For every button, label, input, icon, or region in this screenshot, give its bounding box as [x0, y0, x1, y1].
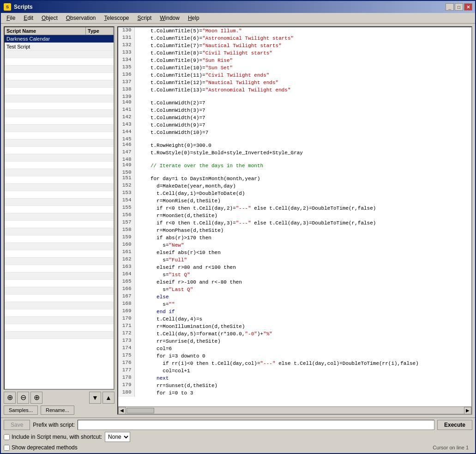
scroll-right-button[interactable]: ▶ [464, 407, 471, 414]
code-content: t.Cell(day,4)=s [134, 315, 471, 323]
line-number: 141 [118, 107, 134, 114]
move-up-button[interactable]: ▲ [102, 392, 114, 404]
code-content: t.ColumnTitle(12)="Nautical Twilight end… [134, 79, 471, 86]
duplicate-icon: ⊕ [34, 394, 40, 401]
scrollbar-thumb[interactable] [127, 408, 154, 413]
line-number: 152 [118, 182, 134, 190]
rename-button[interactable]: Rename... [41, 406, 74, 415]
scrollbar-track[interactable] [126, 407, 464, 414]
samples-button[interactable]: Samples... [4, 406, 38, 415]
line-number: 171 [118, 323, 134, 330]
code-content: t.RowStyle(0)=style_Bold+style_Inverted+… [134, 149, 471, 157]
menu-window[interactable]: Window [156, 14, 183, 22]
table-row: 165 elseif r>-100 and r<-80 then [118, 278, 471, 286]
code-content: t.ColumnWidth(9)=7 [134, 121, 471, 129]
menu-observation[interactable]: Observation [62, 14, 100, 22]
table-row: 161 elseif abs(r)<10 then [118, 249, 471, 256]
code-content: t.ColumnWidth(3)=7 [134, 107, 471, 114]
titlebar-left: S Scripts [4, 3, 33, 11]
table-row: 180 for i=0 to 3 [118, 389, 471, 397]
code-content: if r<0 then t.Cell(day,3)="---" else t.C… [134, 219, 471, 227]
code-content: elseif abs(r)<10 then [134, 249, 471, 256]
line-number: 161 [118, 249, 134, 256]
code-content: t.ColumnTitle(7)="Nautical Twilight star… [134, 42, 471, 49]
list-item[interactable]: Darkness Calendar [5, 35, 114, 43]
table-row: 150 [118, 169, 471, 175]
table-row: 164 s="1st Q" [118, 271, 471, 278]
menu-edit[interactable]: Edit [20, 14, 37, 22]
script-list-header: Script Name Type [5, 27, 114, 35]
line-number: 173 [118, 338, 134, 345]
table-row: 135 t.ColumnTitle(10)="Sun Set" [118, 64, 471, 72]
table-row: 160 s="New" [118, 242, 471, 249]
line-number: 148 [118, 157, 134, 162]
prefix-input[interactable] [78, 420, 434, 430]
line-number: 145 [118, 136, 134, 142]
app-icon: S [4, 3, 11, 11]
table-row: 145 [118, 136, 471, 142]
remove-icon: ⊖ [20, 394, 26, 401]
line-number: 134 [118, 57, 134, 64]
line-number: 174 [118, 345, 134, 352]
include-menu-text: Include in Script menu, with shortcut: [12, 434, 102, 440]
table-row: 152 d=MakeDate(year,month,day) [118, 182, 471, 190]
header-name: Script Name [5, 27, 86, 35]
code-content: s="1st Q" [134, 271, 471, 278]
move-buttons: ▼ ▲ [89, 392, 114, 404]
table-row: 133 t.ColumnTitle(8)="Civil Twilight sta… [118, 49, 471, 57]
line-number: 133 [118, 49, 134, 57]
status-bar: Cursor on line 1 [80, 444, 472, 451]
deprecated-label: Show deprecated methods [4, 444, 78, 451]
table-row: 149 // Iterate over the days in the mont… [118, 162, 471, 169]
scripts-window: S Scripts _ □ ✕ File Edit Object Observa… [0, 0, 476, 454]
close-button[interactable]: ✕ [464, 3, 472, 11]
scroll-left-button[interactable]: ◀ [118, 407, 126, 414]
table-row: 174 col=6 [118, 345, 471, 352]
table-row: 142 t.ColumnWidth(4)=7 [118, 114, 471, 121]
line-number: 140 [118, 99, 134, 107]
table-row: 157 if r<0 then t.Cell(day,3)="---" else… [118, 219, 471, 227]
save-button[interactable]: Save [4, 420, 30, 430]
minimize-button[interactable]: _ [446, 3, 454, 11]
line-number: 169 [118, 308, 134, 315]
table-row: 134 t.ColumnTitle(9)="Sun Rise" [118, 57, 471, 64]
arrow-up-icon: ▲ [105, 394, 112, 401]
menu-help[interactable]: Help [184, 14, 203, 22]
include-menu-checkbox[interactable] [4, 434, 10, 440]
table-row: 139 [118, 94, 471, 99]
menu-object[interactable]: Object [38, 14, 61, 22]
bottom-toolbar: Save Prefix with script: Execute Include… [1, 418, 475, 453]
menu-file[interactable]: File [3, 14, 19, 22]
menu-script[interactable]: Script [134, 14, 156, 22]
script-action-buttons: ⊕ ⊖ ⊕ [4, 392, 42, 404]
remove-script-button[interactable]: ⊖ [17, 392, 29, 404]
menubar: File Edit Object Observation Telescope S… [1, 13, 475, 24]
horizontal-scrollbar[interactable]: ◀ ▶ [118, 406, 471, 414]
code-content [134, 169, 471, 175]
deprecated-checkbox[interactable] [4, 445, 10, 451]
line-number: 144 [118, 129, 134, 136]
maximize-button[interactable]: □ [455, 3, 463, 11]
code-content: s="Last Q" [134, 286, 471, 293]
move-down-button[interactable]: ▼ [89, 392, 101, 404]
menu-telescope[interactable]: Telescope [100, 14, 133, 22]
code-content: s="" [134, 301, 471, 308]
table-row: 173 rr=Sunrise(d,theSite) [118, 338, 471, 345]
execute-button[interactable]: Execute [437, 420, 472, 430]
line-number: 138 [118, 86, 134, 94]
shortcut-select[interactable]: None F1F2F3F4 F5F6F7F8 F9F10F11F12 [105, 432, 130, 442]
line-number: 143 [118, 121, 134, 129]
list-item[interactable]: Test Script [5, 43, 114, 51]
script-list[interactable]: Script Name Type Darkness Calendar Test … [4, 26, 114, 390]
table-row: 137 t.ColumnTitle(12)="Nautical Twilight… [118, 79, 471, 86]
add-script-button[interactable]: ⊕ [4, 392, 16, 404]
table-row: 130 t.ColumnTitle(5)="Moon Illum." [118, 27, 471, 35]
code-content: for i=3 downto 0 [134, 352, 471, 360]
code-content: s="New" [134, 242, 471, 249]
duplicate-script-button[interactable]: ⊕ [30, 392, 42, 404]
table-row: 163 elseif r>80 and r<100 then [118, 264, 471, 271]
bottom-row2: Include in Script menu, with shortcut: N… [4, 432, 472, 442]
left-panel: Script Name Type Darkness Calendar Test … [4, 26, 114, 415]
code-editor[interactable]: 130 t.ColumnTitle(5)="Moon Illum."131 t.… [117, 26, 472, 415]
code-area[interactable]: 130 t.ColumnTitle(5)="Moon Illum."131 t.… [118, 27, 471, 406]
